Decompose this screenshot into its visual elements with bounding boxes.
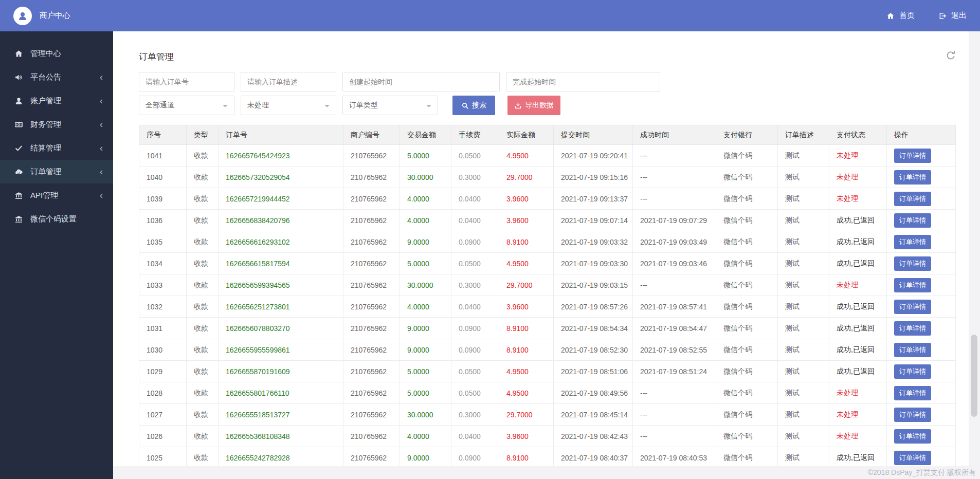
- cell-fee: 0.0500: [451, 382, 499, 404]
- cell-success-time: 2021-07-19 08:54:47: [633, 318, 716, 339]
- cell-amount: 4.0000: [400, 188, 451, 210]
- caret-down-icon: [324, 105, 330, 110]
- sidebar-item-order-management[interactable]: 订单管理‹: [0, 160, 113, 183]
- order-detail-button[interactable]: 订单详情: [894, 429, 931, 444]
- order-detail-button[interactable]: 订单详情: [894, 170, 931, 185]
- order-detail-button[interactable]: 订单详情: [894, 256, 931, 271]
- cell-type: 收款: [187, 188, 219, 210]
- order-detail-button[interactable]: 订单详情: [894, 451, 931, 465]
- cell-actual-amount: 4.9500: [499, 361, 554, 382]
- cell-actual-amount: 4.9500: [499, 382, 554, 404]
- export-data-button[interactable]: 导出数据: [507, 96, 560, 115]
- filter-row-inputs: [139, 72, 956, 91]
- cell-merchant-id: 210765962: [343, 426, 400, 447]
- home-icon: [14, 49, 23, 58]
- cell-index: 1036: [139, 210, 187, 231]
- cell-action: 订单详情: [887, 274, 956, 296]
- cell-index: 1028: [139, 382, 187, 404]
- cell-order-no: 1626656615817594: [219, 253, 343, 274]
- cell-status: 成功,已返回: [829, 231, 887, 253]
- cell-submit-time: 2021-07-19 09:07:14: [554, 210, 633, 231]
- sidebar-item-api-management[interactable]: API管理‹: [0, 183, 113, 207]
- cell-bank: 微信个码: [716, 210, 778, 231]
- cell-fee: 0.3000: [451, 404, 499, 426]
- cell-status: 未处理: [829, 382, 887, 404]
- order-detail-button[interactable]: 订单详情: [894, 300, 931, 314]
- cell-merchant-id: 210765962: [343, 145, 400, 167]
- sidebar-item-platform-announcement[interactable]: 平台公告‹: [0, 65, 113, 89]
- cell-fee: 0.0900: [451, 447, 499, 469]
- finish-time-input[interactable]: [506, 72, 660, 91]
- nav-logout[interactable]: 退出: [938, 11, 967, 21]
- cell-status: 未处理: [829, 167, 887, 188]
- cell-amount: 4.0000: [400, 426, 451, 447]
- cell-order-no: 1626655870191609: [219, 361, 343, 382]
- caret-down-icon: [426, 105, 431, 110]
- bank-icon: [14, 191, 23, 200]
- order-no-input[interactable]: [139, 72, 234, 91]
- cell-success-time: 2021-07-19 08:52:55: [633, 339, 716, 361]
- channel-select[interactable]: 全部通道: [139, 96, 234, 115]
- scrollbar-thumb[interactable]: [971, 335, 977, 417]
- order-detail-button[interactable]: 订单详情: [894, 192, 931, 206]
- cell-submit-time: 2021-07-19 09:20:41: [554, 145, 633, 167]
- table-header-row: 序号类型订单号商户编号交易金额手续费实际金额提交时间成功时间支付银行订单描述支付…: [139, 125, 956, 145]
- sidebar-item-admin-center[interactable]: 管理中心: [0, 42, 113, 65]
- cell-success-time: 2021-07-19 09:03:49: [633, 231, 716, 253]
- cell-index: 1034: [139, 253, 187, 274]
- cell-success-time: 2021-07-19 08:57:41: [633, 296, 716, 318]
- order-type-select[interactable]: 订单类型: [342, 96, 438, 115]
- cell-amount: 4.0000: [400, 210, 451, 231]
- cell-type: 收款: [187, 231, 219, 253]
- cell-index: 1040: [139, 167, 187, 188]
- cell-amount: 5.0000: [400, 145, 451, 167]
- order-detail-button[interactable]: 订单详情: [894, 343, 931, 357]
- create-time-input[interactable]: [342, 72, 500, 91]
- cell-merchant-id: 210765962: [343, 339, 400, 361]
- sidebar-menu: 管理中心平台公告‹账户管理‹财务管理‹结算管理‹订单管理‹API管理‹微信个码设…: [0, 42, 113, 231]
- sidebar-item-finance-management[interactable]: 财务管理‹: [0, 113, 113, 136]
- order-detail-button[interactable]: 订单详情: [894, 408, 931, 422]
- order-detail-button[interactable]: 订单详情: [894, 278, 931, 292]
- sidebar-item-account-management[interactable]: 账户管理‹: [0, 89, 113, 113]
- cell-merchant-id: 210765962: [343, 361, 400, 382]
- cell-order-no: 1626656251273801: [219, 296, 343, 318]
- cell-desc: 测试: [778, 296, 829, 318]
- cell-submit-time: 2021-07-19 08:42:43: [554, 426, 633, 447]
- cell-action: 订单详情: [887, 318, 956, 339]
- order-detail-button[interactable]: 订单详情: [894, 213, 931, 228]
- order-detail-button[interactable]: 订单详情: [894, 386, 931, 400]
- status-select[interactable]: 未处理: [241, 96, 336, 115]
- sidebar-item-label: API管理: [30, 191, 58, 200]
- sidebar-item-label: 结算管理: [30, 143, 61, 153]
- order-detail-button[interactable]: 订单详情: [894, 235, 931, 249]
- order-detail-button[interactable]: 订单详情: [894, 321, 931, 336]
- cell-merchant-id: 210765962: [343, 404, 400, 426]
- sidebar-item-wechat-code-settings[interactable]: 微信个码设置: [0, 207, 113, 231]
- cell-desc: 测试: [778, 339, 829, 361]
- cell-actual-amount: 3.9600: [499, 426, 554, 447]
- table-row: 1036 收款 1626656838420796 210765962 4.000…: [139, 210, 956, 231]
- cell-success-time: 2021-07-19 09:03:46: [633, 253, 716, 274]
- cell-bank: 微信个码: [716, 382, 778, 404]
- sidebar-item-label: 账户管理: [30, 96, 61, 106]
- order-desc-input[interactable]: [241, 72, 336, 91]
- nav-home[interactable]: 首页: [886, 11, 915, 21]
- cell-fee: 0.0900: [451, 231, 499, 253]
- column-header: 支付银行: [716, 125, 778, 145]
- cell-order-no: 1626657320529054: [219, 167, 343, 188]
- cell-submit-time: 2021-07-19 08:45:14: [554, 404, 633, 426]
- sidebar-item-settlement-management[interactable]: 结算管理‹: [0, 136, 113, 160]
- status-select-value: 未处理: [247, 101, 269, 110]
- cell-desc: 测试: [778, 210, 829, 231]
- order-detail-button[interactable]: 订单详情: [894, 364, 931, 379]
- search-button[interactable]: 搜索: [452, 96, 495, 115]
- cell-bank: 微信个码: [716, 447, 778, 469]
- cell-type: 收款: [187, 296, 219, 318]
- cell-desc: 测试: [778, 318, 829, 339]
- cell-index: 1041: [139, 145, 187, 167]
- order-detail-button[interactable]: 订单详情: [894, 149, 931, 163]
- refresh-icon[interactable]: [945, 50, 956, 61]
- cell-order-no: 1626656599394565: [219, 274, 343, 296]
- cell-actual-amount: 8.9100: [499, 447, 554, 469]
